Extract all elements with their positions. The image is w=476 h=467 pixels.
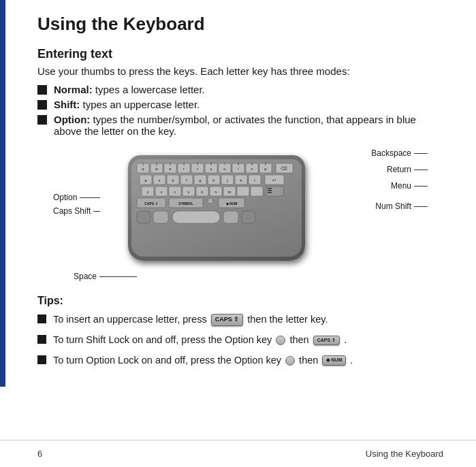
callout-option: Option [53,193,100,202]
callout-option-text: Option [53,193,77,202]
svg-rect-82 [268,190,272,191]
bullet-icon [37,315,46,323]
svg-rect-33 [208,198,213,204]
blue-bar-decoration [0,0,5,387]
tips-section: Tips: To insert an uppercase letter, pre… [37,295,443,368]
svg-rect-81 [268,188,272,189]
intro-paragraph: Use your thumbs to press the keys. Each … [37,65,443,77]
mode-option: Option: types the number/symbol, or acti… [54,114,443,137]
page-container: Using the Keyboard Entering text Use you… [0,0,476,387]
callout-numshift: Num Shift [375,202,428,211]
keyboard-inner: q w e r t y u i o p a s d f [131,159,302,257]
mode-normal: Normal: types a lowercase letter. [54,84,443,95]
tip-1-content: To insert an uppercase letter, press CAP… [53,312,328,327]
num-key-inline: ◆ NUM [322,355,346,366]
tips-label: Tips: [37,295,443,307]
mode-shift-term: Shift: [54,99,80,110]
svg-text:↵: ↵ [272,178,276,182]
svg-text:r: r [183,167,185,171]
tips-list: To insert an uppercase letter, press CAP… [37,312,443,368]
svg-text:m: m [228,190,232,194]
svg-text:⌫: ⌫ [281,166,287,171]
callout-line [99,276,137,277]
svg-rect-28 [237,187,249,196]
svg-text:SYMBOL: SYMBOL [178,202,193,206]
list-item: Normal: types a lowercase letter. [37,84,443,95]
tip-2-then: then [289,334,311,345]
svg-text:j: j [226,178,227,182]
mode-option-term: Option: [54,114,90,125]
footer-page-title: Using the Keyboard [366,449,443,459]
tip-2-content: To turn Shift Lock on and off, press the… [53,333,347,348]
page-footer: 6 Using the Keyboard [0,440,476,467]
option-key-circle-inline [276,336,285,345]
keyboard-diagram: q w e r t y u i o p a s d f [53,145,428,288]
svg-text:h: h [212,178,215,182]
bullet-icon [37,85,47,95]
bullet-icon [37,335,46,344]
callout-line [414,170,428,170]
svg-text:z: z [147,190,149,194]
callout-space-text: Space [74,272,97,281]
tip-1-text-after: then the letter key. [247,314,328,325]
svg-text:y: y [210,167,212,171]
svg-rect-37 [172,211,220,223]
svg-rect-35 [137,211,150,223]
svg-text:c: c [174,190,176,194]
callout-line [414,186,428,187]
svg-rect-39 [242,211,255,223]
callout-backspace: Backspace [371,148,428,158]
tip-3-period: . [350,355,353,366]
list-item: Shift: types an uppercase letter. [37,99,443,110]
svg-text:v: v [188,190,190,194]
caps-key-inline: CAPS ⇧ [211,314,244,326]
section-heading: Entering text [37,47,443,61]
callout-return: Return [387,165,428,174]
svg-text:◆ NUM: ◆ NUM [225,202,238,206]
tip-2-period: . [344,334,347,345]
page-title: Using the Keyboard [37,14,443,35]
svg-text:x: x [161,190,163,194]
bullet-icon [37,115,47,125]
mode-shift: Shift: types an uppercase letter. [54,99,443,110]
svg-text:w: w [155,167,159,171]
svg-text:l: l [254,178,255,182]
svg-text:CAPS ⇧: CAPS ⇧ [144,202,157,206]
footer-page-number: 6 [37,449,42,459]
caps-key-inline-2: CAPS ⇧ [313,336,340,346]
modes-list: Normal: types a lowercase letter. Shift:… [37,84,443,137]
tip-3-content: To turn Option Lock on and off, press th… [53,353,353,368]
mode-normal-desc: types a lowercase letter. [95,84,205,95]
tip-2-text-before: To turn Shift Lock on and off, press the… [53,334,274,345]
mode-option-desc: types the number/symbol, or activates th… [54,114,416,137]
tip-3-text-before: To turn Option Lock on and off, press th… [53,355,284,366]
callout-menu-text: Menu [391,181,411,191]
callout-left-labels: Option Caps Shift [53,193,100,216]
svg-text:i: i [238,167,238,171]
tip-1-text-before: To insert an uppercase letter, press [53,314,210,325]
svg-rect-29 [251,187,263,196]
callout-capsshift-text: Caps Shift [53,206,91,216]
callout-numshift-text: Num Shift [375,202,411,211]
svg-text:s: s [159,178,161,182]
bullet-icon [37,100,47,110]
callout-line [414,153,428,154]
svg-text:q: q [142,167,144,171]
callout-backspace-text: Backspace [371,148,411,158]
bullet-icon [37,355,46,364]
callout-space: Space [74,272,137,281]
callout-line [93,211,100,212]
option-key-circle-inline-2 [285,356,295,366]
svg-text:u: u [223,167,225,171]
tip-item: To insert an uppercase letter, press CAP… [37,312,443,327]
svg-rect-38 [223,211,238,223]
mode-shift-desc: types an uppercase letter. [83,99,200,110]
callout-line [414,206,428,207]
svg-text:d: d [172,178,174,182]
keyboard-svg: q w e r t y u i o p a s d f [131,159,302,257]
list-item: Option: types the number/symbol, or acti… [37,114,443,137]
callout-return-text: Return [387,165,411,174]
keyboard-body: q w e r t y u i o p a s d f [128,155,305,261]
callout-menu: Menu [391,181,428,191]
svg-rect-83 [268,192,272,193]
